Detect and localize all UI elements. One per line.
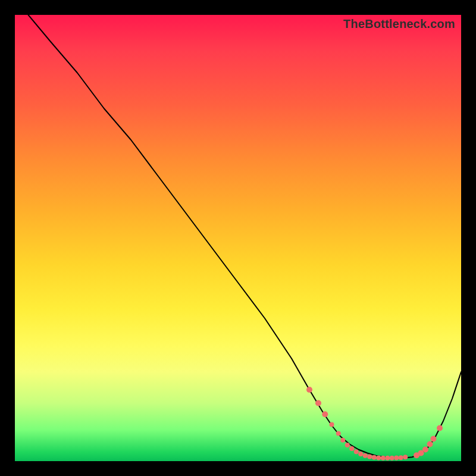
marker-point (372, 455, 377, 460)
marker-point (354, 449, 359, 454)
marker-point (390, 456, 394, 461)
marker-point (394, 456, 399, 461)
bottleneck-curve-line (29, 15, 462, 458)
marker-point (345, 443, 350, 447)
marker-point (322, 411, 328, 417)
marker-point (367, 455, 372, 459)
marker-point (427, 441, 433, 447)
marker-point (363, 453, 368, 458)
marker-point (437, 425, 443, 431)
plot-area: TheBottleneck.com (15, 15, 461, 461)
marker-point (381, 456, 386, 461)
watermark-text: TheBottleneck.com (343, 17, 455, 31)
marker-point (422, 447, 428, 453)
highlight-markers (306, 387, 443, 461)
marker-point (358, 452, 363, 456)
chart-frame: TheBottleneck.com (0, 0, 476, 476)
chart-svg (15, 15, 461, 461)
marker-point (315, 400, 321, 406)
marker-point (385, 456, 390, 461)
marker-point (336, 431, 341, 436)
marker-point (340, 438, 345, 443)
marker-point (403, 455, 408, 459)
marker-point (431, 436, 437, 442)
marker-point (306, 387, 312, 393)
marker-point (399, 455, 403, 460)
marker-point (349, 446, 354, 451)
marker-point (376, 455, 381, 460)
marker-point (330, 422, 334, 427)
